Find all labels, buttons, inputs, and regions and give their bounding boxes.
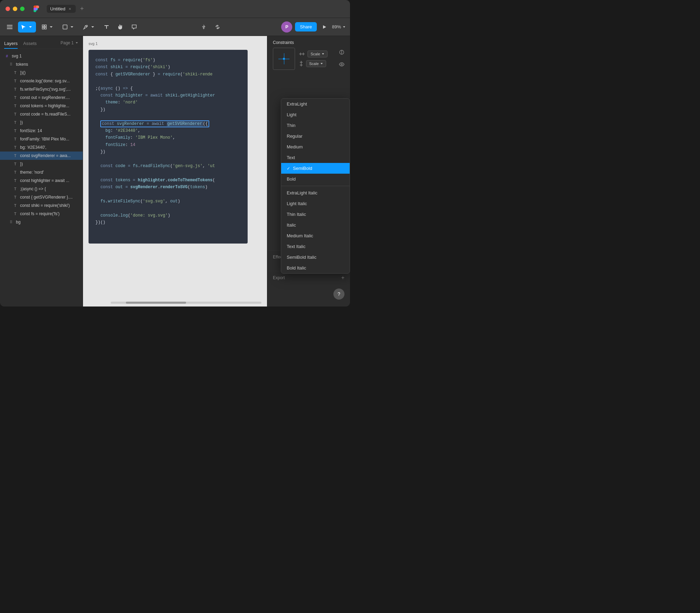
font-italic[interactable]: ✓ Italic: [281, 220, 350, 230]
shape-tool[interactable]: [59, 21, 77, 33]
code-line: fontSize: 14: [95, 141, 241, 148]
layer-item[interactable]: T const fs = require('fs'): [0, 210, 83, 218]
text-icon: T: [12, 120, 18, 125]
font-thin[interactable]: ✓ Thin: [281, 120, 350, 131]
code-line: [95, 191, 241, 198]
tab-assets[interactable]: Assets: [23, 39, 37, 49]
constraints-box: Scale Scale: [267, 48, 350, 74]
help-button[interactable]: ?: [333, 289, 344, 300]
component-tool[interactable]: [198, 21, 209, 33]
menu-button[interactable]: [4, 21, 15, 33]
layer-item[interactable]: T const code = fs.readFileS...: [0, 110, 83, 118]
visibility-icon[interactable]: [339, 62, 344, 68]
select-tool[interactable]: [18, 21, 36, 33]
code-line: console.log('done: svg.svg'): [95, 212, 241, 219]
frame-tool[interactable]: [39, 21, 57, 33]
maximize-button[interactable]: [20, 7, 25, 11]
layer-svg1[interactable]: # svg 1: [0, 52, 83, 60]
layer-item[interactable]: T ;(async () => {: [0, 185, 83, 193]
font-light-italic[interactable]: ✓ Light Italic: [281, 198, 350, 209]
canvas[interactable]: svg 1 const fs = require('fs') const shi…: [83, 36, 267, 306]
text-icon: T: [12, 178, 18, 183]
layer-item[interactable]: T fontFamily: 'IBM Plex Mo...: [0, 135, 83, 143]
minimize-button[interactable]: [13, 7, 17, 11]
code-line: const out = svgRenderer.renderToSVG(toke…: [95, 184, 241, 191]
new-tab-button[interactable]: +: [77, 4, 87, 14]
avatar: P: [281, 21, 292, 33]
constraint-row-v: Scale: [299, 60, 328, 67]
layer-item[interactable]: T fontSize: 14: [0, 127, 83, 135]
font-light[interactable]: ✓ Light: [281, 109, 350, 120]
comment-tool[interactable]: [129, 21, 140, 33]
app-window: Untitled × +: [0, 0, 350, 306]
page-selector[interactable]: Page 1: [61, 39, 79, 49]
h-scale-select[interactable]: Scale: [307, 51, 328, 57]
layer-tokens[interactable]: ⠿ tokens: [0, 60, 83, 68]
export-add-button[interactable]: +: [341, 275, 344, 281]
font-text[interactable]: ✓ Text: [281, 152, 350, 163]
layer-item[interactable]: T const { getSVGRenderer }....: [0, 193, 83, 201]
code-line: const { getSVGRenderer } = require('shik…: [95, 71, 241, 78]
font-semibold[interactable]: ✓ SemiBold: [281, 163, 350, 174]
font-bold-italic[interactable]: ✓ Bold Italic: [281, 263, 350, 273]
layer-item[interactable]: T console.log('done: svg.sv...: [0, 77, 83, 85]
panel-tabs: Layers Assets Page 1: [0, 36, 83, 49]
svg-point-8: [86, 25, 88, 27]
layer-item[interactable]: T }): [0, 118, 83, 127]
code-line: const highlighter = await shiki.getHighl…: [95, 92, 241, 99]
export-header: Export +: [273, 275, 344, 281]
font-extralight[interactable]: ✓ ExtraLight: [281, 99, 350, 109]
code-line: [95, 170, 241, 176]
font-thin-italic[interactable]: ✓ Thin Italic: [281, 209, 350, 220]
text-tool[interactable]: [101, 21, 112, 33]
font-extralight-italic[interactable]: ✓ ExtraLight Italic: [281, 187, 350, 198]
hash-icon: #: [4, 53, 10, 59]
layer-item[interactable]: T const tokens = highlighte...: [0, 102, 83, 110]
text-icon: T: [12, 153, 18, 158]
font-bold[interactable]: ✓ Bold: [281, 174, 350, 184]
layer-item[interactable]: T })(): [0, 68, 83, 77]
layer-item[interactable]: T const highlighter = await ...: [0, 176, 83, 185]
font-text-italic[interactable]: ✓ Text Italic: [281, 241, 350, 252]
layer-item[interactable]: T const out = svgRenderer....: [0, 93, 83, 102]
code-line: [95, 155, 241, 162]
zoom-control[interactable]: 89%: [332, 24, 346, 29]
share-button[interactable]: Share: [295, 22, 317, 31]
hand-tool[interactable]: [115, 21, 126, 33]
code-line: }): [95, 106, 241, 113]
code-line: fs.writeFileSync('svg.svg', out): [95, 198, 241, 205]
layer-item[interactable]: T }): [0, 160, 83, 168]
close-button[interactable]: [6, 7, 10, 11]
opacity-icon[interactable]: [339, 49, 344, 56]
layer-item-selected[interactable]: T const svgRenderer = awa...: [0, 152, 83, 160]
play-button[interactable]: [320, 22, 329, 32]
font-regular[interactable]: ✓ Regular: [281, 131, 350, 141]
layer-item[interactable]: T bg: '#2E3440',: [0, 143, 83, 152]
text-icon: T: [12, 170, 18, 175]
font-medium[interactable]: ✓ Medium: [281, 141, 350, 152]
text-icon: T: [12, 194, 18, 200]
link-tool[interactable]: [212, 21, 223, 33]
scrollbar-thumb[interactable]: [126, 302, 186, 304]
layer-item[interactable]: T theme: 'nord': [0, 168, 83, 176]
layer-item[interactable]: T const shiki = require('shiki'): [0, 201, 83, 210]
layer-bg[interactable]: ⠿ bg: [0, 218, 83, 226]
tab-title: Untitled: [50, 6, 65, 11]
pen-tool[interactable]: [80, 21, 98, 33]
tab-layers[interactable]: Layers: [4, 39, 18, 49]
horizontal-scrollbar[interactable]: [111, 302, 261, 304]
code-line: [95, 78, 241, 85]
code-line: const code = fs.readFileSync('gen-svg.js…: [95, 163, 241, 170]
text-icon: T: [12, 86, 18, 92]
tab-close-button[interactable]: ×: [67, 7, 72, 11]
font-medium-italic[interactable]: ✓ Medium Italic: [281, 230, 350, 241]
font-weight-dropdown[interactable]: ✓ ExtraLight ✓ Light ✓ Thin ✓ Regular ✓: [281, 98, 350, 274]
v-scale-select[interactable]: Scale: [306, 60, 326, 67]
layers-list: # svg 1 ⠿ tokens T })() T console.log('d…: [0, 49, 83, 306]
constraint-row-h: Scale: [299, 51, 328, 57]
code-line: bg: '#2E3440',: [95, 127, 241, 134]
text-icon: T: [12, 70, 18, 75]
tab-untitled[interactable]: Untitled ×: [47, 5, 76, 13]
layer-item[interactable]: T fs.writeFileSync('svg.svg',...: [0, 85, 83, 93]
font-semibold-italic[interactable]: ✓ SemiBold Italic: [281, 252, 350, 263]
